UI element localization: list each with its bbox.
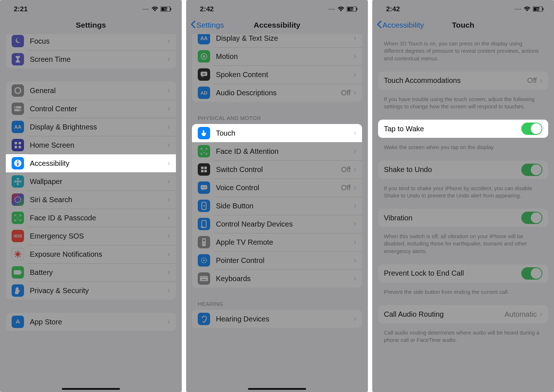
svg-point-21 [15, 197, 21, 203]
status-time: 2:42 [200, 5, 214, 13]
chevron-right-icon: › [354, 165, 356, 174]
back-button[interactable]: Accessibility [377, 20, 424, 30]
row-screen-time[interactable]: Screen Time › [6, 50, 176, 68]
settings-group: General › Control Center › AA Display & … [6, 81, 176, 300]
row-label: Control Center [30, 105, 168, 113]
svg-point-19 [14, 180, 16, 183]
settings-list[interactable]: Focus › Screen Time › General › [0, 34, 182, 392]
row-privacy-security[interactable]: Privacy & Security › [6, 281, 176, 300]
row-siri-search[interactable]: Siri & Search › [6, 191, 176, 209]
row-control-center[interactable]: Control Center › [6, 100, 176, 118]
row-touch-accommodations[interactable]: Touch Accommodations Off › [378, 72, 548, 90]
row-tap-to-wake[interactable]: Tap to Wake [378, 120, 548, 138]
home-indicator[interactable] [248, 388, 306, 390]
home-indicator[interactable] [62, 388, 120, 390]
footer-text: When 3D Touch is on, you can press on th… [372, 37, 554, 62]
row-switch-control[interactable]: Switch Control Off › [192, 160, 362, 179]
hand-icon [12, 284, 24, 297]
toggle-switch[interactable] [521, 123, 542, 135]
accessibility-list[interactable]: AA Display & Text Size › Motion › 20 Spo… [186, 34, 368, 392]
row-wallpaper[interactable]: Wallpaper › [6, 172, 176, 191]
motion-icon [198, 50, 210, 63]
row-focus[interactable]: Focus › [6, 34, 176, 50]
chevron-right-icon: › [354, 128, 356, 138]
chevron-right-icon: › [168, 140, 170, 150]
row-pointer-control[interactable]: Pointer Control › [192, 251, 362, 269]
status-time: 2:21 [14, 5, 28, 13]
row-value: Automatic [505, 310, 537, 319]
svg-rect-62 [201, 277, 201, 277]
toggle-switch[interactable] [521, 267, 542, 280]
row-side-button[interactable]: Side Button › [192, 197, 362, 215]
gear-icon [12, 84, 24, 97]
ad-icon: AD [198, 87, 210, 99]
chevron-left-icon [190, 20, 196, 30]
row-value: Off [527, 76, 537, 85]
chevron-right-icon: › [354, 201, 356, 211]
svg-point-50 [202, 187, 204, 188]
row-battery[interactable]: Battery › [6, 263, 176, 281]
chevron-right-icon: › [168, 104, 170, 113]
chevron-right-icon: › [354, 147, 356, 156]
row-home-screen[interactable]: Home Screen › [6, 136, 176, 154]
row-label: Home Screen [30, 141, 168, 149]
row-apple-tv-remote[interactable]: Apple TV Remote › [192, 233, 362, 251]
row-prevent-lock-end-call[interactable]: Prevent Lock to End Call [378, 264, 548, 283]
row-faceid-passcode[interactable]: Face ID & Passcode › [6, 209, 176, 227]
row-keyboards[interactable]: Keyboards › [192, 269, 362, 288]
svg-rect-33 [14, 270, 21, 275]
svg-point-20 [19, 180, 21, 183]
grid-icon [12, 139, 24, 151]
row-app-store[interactable]: App Store › [6, 313, 176, 331]
settings-group: App Store › [6, 313, 176, 331]
row-label: General [30, 87, 168, 95]
row-audio-descriptions[interactable]: AD Audio Descriptions Off › [192, 84, 362, 102]
remote-icon [198, 236, 210, 248]
chevron-left-icon [377, 20, 382, 30]
svg-rect-2 [170, 8, 171, 10]
virus-icon [12, 248, 24, 260]
svg-rect-49 [201, 185, 207, 189]
svg-text:20: 20 [202, 73, 205, 75]
chevron-right-icon: › [354, 88, 356, 97]
svg-point-51 [205, 187, 206, 188]
row-hearing-devices[interactable]: Hearing Devices › [192, 310, 362, 328]
row-control-nearby[interactable]: Control Nearby Devices › [192, 215, 362, 233]
back-button[interactable]: Settings [190, 20, 224, 30]
row-call-audio-routing[interactable]: Call Audio Routing Automatic › [378, 305, 548, 323]
touch-settings-list[interactable]: When 3D Touch is on, you can press on th… [372, 34, 554, 392]
chevron-right-icon: › [168, 36, 170, 46]
row-general[interactable]: General › [6, 81, 176, 100]
row-value: Off [341, 165, 350, 174]
chevron-right-icon: › [168, 122, 170, 132]
row-spoken-content[interactable]: 20 Spoken Content › [192, 65, 362, 84]
row-vibration[interactable]: Vibration [378, 209, 548, 227]
toggle-switch[interactable] [521, 164, 542, 176]
row-shake-to-undo[interactable]: Shake to Undo [378, 161, 548, 179]
row-label: Display & Brightness [30, 123, 168, 131]
svg-rect-66 [206, 277, 207, 277]
row-voice-control[interactable]: Voice Control Off › [192, 179, 362, 197]
screen-touch: 2:42 •••• 70 Accessibility Touch When 3D… [372, 0, 554, 392]
row-motion[interactable]: Motion › [192, 47, 362, 65]
wifi-icon [151, 7, 158, 12]
chevron-right-icon: › [354, 52, 356, 61]
nav-header: Settings Accessibility [186, 15, 368, 35]
chevron-right-icon: › [354, 274, 356, 283]
row-label: Voice Control [216, 184, 341, 192]
row-display-brightness[interactable]: AA Display & Brightness › [6, 118, 176, 136]
row-label: Tap to Wake [384, 125, 521, 133]
row-touch[interactable]: Touch › [192, 124, 362, 142]
row-faceid-attention[interactable]: Face ID & Attention › [192, 142, 362, 160]
svg-line-29 [15, 252, 16, 253]
row-accessibility[interactable]: Accessibility › [6, 154, 176, 172]
row-display-text-size[interactable]: AA Display & Text Size › [192, 34, 362, 47]
toggle-switch[interactable] [521, 212, 542, 224]
row-emergency-sos[interactable]: SOS Emergency SOS › [6, 227, 176, 245]
row-label: Focus [30, 37, 168, 45]
voice-icon [198, 181, 210, 194]
footer-text: Prevent the side button from ending the … [372, 285, 554, 296]
group-header: PHYSICAL AND MOTOR [186, 115, 368, 124]
settings-group: Touch › Face ID & Attention › Switch Con… [192, 124, 362, 288]
row-exposure-notifications[interactable]: Exposure Notifications › [6, 245, 176, 263]
